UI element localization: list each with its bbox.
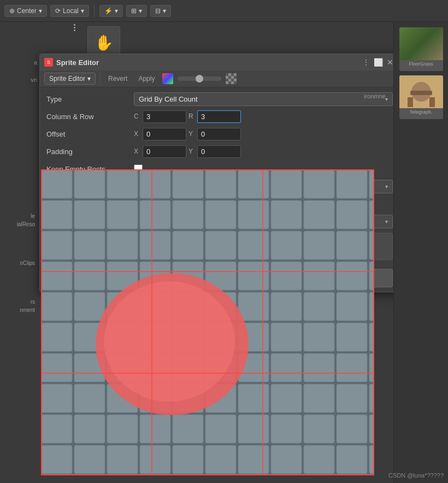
- title-bar: S Sprite Editor ⋮ ⬜ ✕: [40, 54, 399, 70]
- transform-icon: ⊞: [131, 7, 137, 15]
- padding-label: Padding: [46, 148, 134, 156]
- maximize-btn[interactable]: ⬜: [373, 57, 383, 67]
- dots-menu[interactable]: [74, 24, 75, 31]
- sprite-canvas-area[interactable]: [41, 169, 374, 475]
- axis-btn[interactable]: ⚡ ▾: [99, 5, 123, 17]
- center-dropdown[interactable]: ⊕ Center ▾: [4, 5, 47, 17]
- sidebar-item-le: le: [0, 213, 37, 219]
- svg-point-4: [104, 281, 235, 402]
- color-picker-icon[interactable]: [162, 73, 173, 84]
- center-icon: ⊕: [9, 7, 15, 15]
- local-label: Local: [63, 7, 79, 15]
- dot-3: [74, 30, 75, 31]
- offset-x-input[interactable]: [143, 128, 186, 140]
- column-row-fields: C R: [134, 110, 393, 123]
- more-options-btn[interactable]: ⋮: [361, 57, 371, 67]
- row-letter: R: [188, 113, 195, 120]
- sidebar-label-a: a: [0, 59, 38, 66]
- svg-rect-12: [429, 97, 435, 107]
- type-dropdown[interactable]: Grid By Cell Count ▾: [134, 92, 393, 106]
- left-sidebar: a vn: [0, 55, 38, 83]
- telegraph-image: [399, 75, 443, 108]
- sprite-editor-dropdown[interactable]: Sprite Editor ▾: [44, 73, 96, 85]
- column-row-label: Column & Row: [46, 113, 134, 121]
- hand-icon: ✋: [95, 34, 114, 52]
- floor-grass-label: FloorGrass: [399, 60, 443, 68]
- axis-arrow: ▾: [115, 7, 118, 15]
- telegraph-thumbnail[interactable]: Telegraph.: [399, 75, 443, 119]
- env-label: ironmne: [364, 93, 386, 99]
- svg-rect-14: [410, 91, 432, 95]
- left-sidebar-items: le ialReso nClips rs nment: [0, 213, 37, 313]
- top-toolbar: ⊕ Center ▾ ⟳ Local ▾ ⚡ ▾ ⊞ ▾ ⊟ ▾: [0, 0, 448, 22]
- dropdown-arrow: ▾: [87, 75, 91, 83]
- zoom-slider-thumb: [196, 75, 203, 83]
- sprite-editor-title: Sprite Editor: [56, 58, 358, 67]
- apply-btn[interactable]: Apply: [135, 74, 158, 84]
- offset-fields: X Y: [134, 128, 393, 140]
- sidebar-item-rs: rs: [0, 299, 37, 305]
- title-actions: ⋮ ⬜ ✕: [361, 57, 395, 67]
- offset-row: Offset X Y: [46, 127, 393, 141]
- type-row: Type Grid By Cell Count ▾: [46, 92, 393, 106]
- sprite-editor-dropdown-label: Sprite Editor: [49, 75, 85, 83]
- grid-icon: ⊟: [155, 7, 161, 15]
- floor-grass-thumbnail[interactable]: FloorGrass: [399, 27, 443, 71]
- sidebar-item-ialreso: ialReso: [0, 221, 37, 227]
- local-arrow: ▾: [81, 7, 84, 15]
- offset-y-letter: Y: [188, 130, 195, 138]
- right-assets-panel: ironmne FloorGrass Telegraph.: [393, 22, 448, 483]
- pivot-dropdown-arrow: ▾: [385, 184, 388, 190]
- axis-icon: ⚡: [104, 7, 113, 15]
- dot-1: [74, 24, 75, 26]
- padding-row: Padding X Y: [46, 144, 393, 158]
- local-dropdown[interactable]: ⟳ Local ▾: [50, 5, 89, 17]
- padding-x-input[interactable]: [143, 145, 186, 158]
- watermark-text: CSDN @luna*?????: [388, 472, 444, 479]
- row-input[interactable]: [197, 110, 241, 123]
- type-dropdown-arrow: ▾: [385, 96, 388, 102]
- padding-fields: X Y: [134, 145, 393, 158]
- column-row-row: Column & Row C R: [46, 109, 393, 123]
- dot-2: [74, 27, 75, 28]
- svg-rect-11: [408, 97, 413, 107]
- type-dropdown-wrapper: Grid By Cell Count ▾: [134, 92, 393, 106]
- sidebar-item-nclips: nClips: [0, 260, 37, 266]
- sprite-editor-icon: S: [44, 58, 53, 67]
- column-input[interactable]: [143, 110, 186, 123]
- alpha-checker-icon: [226, 73, 237, 84]
- type-label: Type: [46, 95, 134, 103]
- zoom-slider[interactable]: [178, 76, 221, 81]
- type-value: Grid By Cell Count: [139, 95, 198, 103]
- watermark: CSDN @luna*?????: [388, 472, 444, 479]
- grid-btn[interactable]: ⊟ ▾: [150, 5, 171, 17]
- padding-y-letter: Y: [188, 148, 195, 155]
- revert-btn[interactable]: Revert: [105, 74, 131, 84]
- sidebar-label-vn: vn: [0, 76, 38, 83]
- floor-grass-image: [399, 27, 443, 60]
- padding-y-input[interactable]: [197, 145, 241, 158]
- local-icon: ⟳: [55, 7, 61, 15]
- transform-arrow: ▾: [139, 7, 142, 15]
- editor-toolbar: Sprite Editor ▾ Revert Apply: [40, 70, 399, 87]
- method-dropdown-arrow: ▾: [385, 219, 388, 225]
- sidebar-item-nment: nment: [0, 307, 37, 313]
- column-letter: C: [134, 113, 140, 120]
- grid-arrow: ▾: [163, 7, 166, 15]
- center-label: Center: [17, 7, 37, 15]
- telegraph-label: Telegraph.: [399, 108, 443, 116]
- offset-y-input[interactable]: [197, 128, 241, 140]
- center-arrow: ▾: [39, 7, 42, 15]
- telegraph-svg: [399, 75, 443, 108]
- transform-btn[interactable]: ⊞ ▾: [126, 5, 147, 17]
- toolbar-sep: [100, 73, 101, 84]
- padding-x-letter: X: [134, 148, 140, 155]
- tile-texture: [41, 169, 374, 475]
- offset-label: Offset: [46, 130, 134, 138]
- offset-x-letter: X: [134, 130, 140, 138]
- toolbar-sep-1: [94, 4, 95, 17]
